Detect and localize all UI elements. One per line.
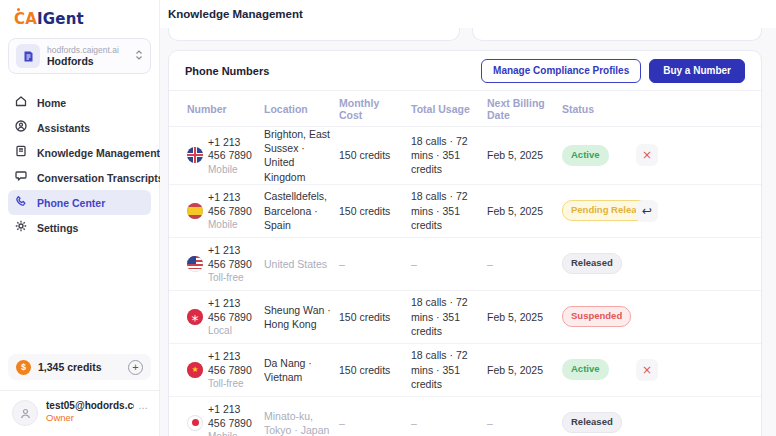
column-header-number: Number (187, 103, 264, 115)
column-header-total-usage: Total Usage (411, 103, 487, 115)
actions-cell: ↩ (634, 200, 743, 222)
sidebar-item-conversation-transcripts[interactable]: Conversation Transcripts (8, 165, 151, 190)
total-usage-cell: 18 calls · 72 mins · 351 credits (411, 295, 487, 338)
logo-suffix: IGent (37, 10, 84, 28)
workspace-domain: hodfords.caigent.ai (47, 45, 128, 55)
status-cell: Released (562, 253, 634, 274)
number-cell: +1 213 456 7890 Toll-free (187, 244, 264, 283)
status-cell: Released (562, 412, 634, 433)
coin-icon: $ (16, 360, 31, 375)
workspace-selector[interactable]: hodfords.caigent.ai Hodfords (8, 38, 151, 74)
actions-cell: × (634, 144, 743, 166)
credits-label: 1,345 credits (38, 361, 121, 373)
settings-icon (14, 219, 28, 237)
status-cell: Suspended (562, 306, 634, 327)
sidebar-item-label: Conversation Transcripts (37, 172, 164, 184)
sidebar-item-assistants[interactable]: Assistants (8, 115, 151, 140)
phone-number: +1 213 456 7890 (208, 244, 260, 271)
assistants-icon (14, 119, 28, 137)
main-area: Knowledge Management Phone Numbers Manag… (160, 0, 776, 436)
country-flag-icon (187, 362, 203, 378)
phone-number: +1 213 456 7890 (208, 403, 260, 430)
location-cell: Sheung Wan · Hong Kong (264, 303, 339, 331)
credits-pill: $ 1,345 credits + (8, 354, 151, 380)
table-body: +1 213 456 7890 Mobile Brighton, East Su… (169, 127, 761, 436)
scrolled-card-left (168, 26, 460, 41)
number-type: Toll-free (208, 272, 260, 283)
total-usage-cell: 18 calls · 72 mins · 351 credits (411, 189, 487, 232)
sidebar-item-knowledge-management[interactable]: Knowledge Management (8, 140, 151, 165)
location-cell: Minato-ku, Tokyo · Japan (264, 409, 339, 436)
sidebar-item-label: Assistants (37, 122, 90, 134)
user-menu-icon[interactable]: … (138, 400, 149, 411)
column-header-next-billing-date: Next Billing Date (487, 97, 562, 121)
page-title: Knowledge Management (168, 8, 303, 20)
logo-prefix: CA (14, 10, 37, 28)
phone-numbers-card: Phone Numbers Manage Compliance Profiles… (168, 50, 762, 436)
phone-icon (14, 194, 28, 212)
phone-number: +1 213 456 7890 (208, 191, 260, 218)
status-cell: Active (562, 359, 634, 380)
sidebar-item-label: Settings (37, 222, 78, 234)
next-billing-cell: – (487, 257, 562, 271)
number-cell: +1 213 456 7890 Local (187, 297, 264, 336)
total-usage-cell: 18 calls · 72 mins · 351 credits (411, 134, 487, 177)
release-number-button[interactable]: × (636, 359, 658, 381)
total-usage-cell: – (411, 416, 487, 430)
chevron-up-down-icon (135, 47, 143, 65)
user-section: test05@hodords.co.. … Owner (0, 390, 159, 436)
sidebar-item-settings[interactable]: Settings (8, 215, 151, 240)
next-billing-cell: Feb 5, 2025 (487, 204, 562, 218)
app-logo: CAIGent (0, 0, 159, 36)
number-type: Mobile (208, 431, 260, 436)
manage-compliance-profiles-button[interactable]: Manage Compliance Profiles (481, 59, 641, 83)
number-type: Local (208, 325, 260, 336)
sidebar-item-home[interactable]: Home (8, 90, 151, 115)
number-cell: +1 213 456 7890 Mobile (187, 191, 264, 230)
home-icon (14, 94, 28, 112)
country-flag-icon (187, 203, 203, 219)
status-badge: Active (562, 359, 609, 380)
app-window: CAIGent hodfords.caigent.ai Hodfords Hom… (0, 0, 776, 436)
user-email: test05@hodords.co.. (46, 400, 134, 411)
column-header-monthly-cost: Monthly Cost (339, 97, 411, 121)
actions-cell: × (634, 359, 743, 381)
monthly-cost-cell: 150 credits (339, 204, 411, 218)
status-cell: Pending Release (562, 200, 634, 221)
buy-a-number-button[interactable]: Buy a Number (649, 59, 745, 83)
workspace-text: hodfords.caigent.ai Hodfords (47, 45, 128, 67)
sidebar-item-label: Phone Center (37, 197, 105, 209)
country-flag-icon (187, 147, 203, 163)
phone-number: +1 213 456 7890 (208, 136, 260, 163)
next-billing-cell: Feb 5, 2025 (487, 148, 562, 162)
sidebar-item-label: Home (37, 97, 66, 109)
sidebar-item-label: Knowledge Management (37, 147, 160, 159)
location-cell: United States (264, 257, 339, 271)
table-row: +1 213 456 7890 Toll-free Da Nang · Viet… (169, 344, 761, 397)
country-flag-icon (187, 256, 203, 272)
release-number-button[interactable]: × (636, 144, 658, 166)
status-badge: Released (562, 412, 622, 433)
column-header-location: Location (264, 103, 339, 115)
table-row: +1 213 456 7890 Mobile Castelldefels, Ba… (169, 185, 761, 238)
add-credits-button[interactable]: + (128, 360, 143, 375)
workspace-icon (16, 44, 40, 68)
transcripts-icon (14, 169, 28, 187)
table-header-row: Number Location Monthly Cost Total Usage… (169, 91, 761, 127)
scrolled-card-right (472, 26, 762, 41)
sidebar-item-phone-center[interactable]: Phone Center (8, 190, 151, 215)
knowledge-icon (14, 144, 28, 162)
country-flag-icon (187, 415, 203, 431)
phone-number: +1 213 456 7890 (208, 297, 260, 324)
topbar: Knowledge Management (160, 0, 776, 28)
monthly-cost-cell: – (339, 416, 411, 430)
undo-release-button[interactable]: ↩ (636, 200, 658, 222)
next-billing-cell: Feb 5, 2025 (487, 310, 562, 324)
number-type: Mobile (208, 164, 260, 175)
next-billing-cell: – (487, 416, 562, 430)
status-badge: Suspended (562, 306, 631, 327)
location-cell: Brighton, East Sussex · United Kingdom (264, 127, 339, 184)
country-flag-icon (187, 309, 203, 325)
monthly-cost-cell: 150 credits (339, 363, 411, 377)
user-text: test05@hodords.co.. … Owner (46, 400, 149, 426)
